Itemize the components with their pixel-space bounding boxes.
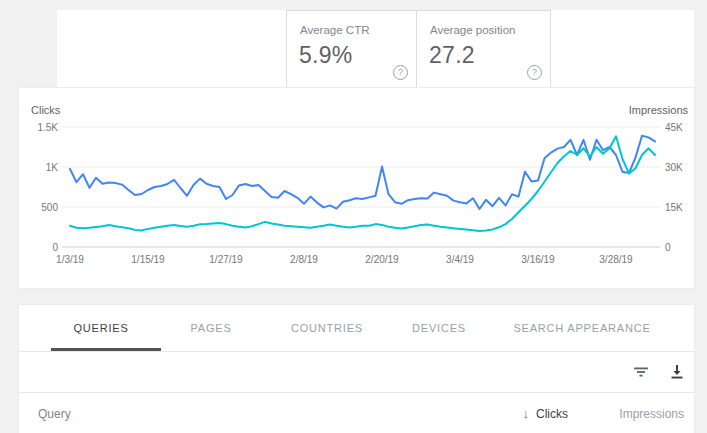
x-axis-tick: 1/15/19 (131, 254, 165, 265)
tab-devices[interactable]: DEVICES (412, 305, 466, 351)
left-axis-title: Clicks (31, 104, 61, 116)
card-value: 5.9% (299, 42, 353, 69)
x-axis-tick: 3/16/19 (521, 254, 555, 265)
average-position-card[interactable]: Average position 27.2 ? (417, 10, 551, 88)
x-axis-tick: 3/28/19 (599, 254, 633, 265)
right-axis-tick: 30K (665, 162, 683, 173)
card-label: Average position (430, 24, 515, 36)
search-console-performance-page: Total clicks 68.6K ? Total impressions 1… (0, 0, 707, 433)
tab-queries[interactable]: QUERIES (73, 305, 128, 351)
card-label: Total impressions (164, 23, 253, 35)
help-icon[interactable]: ? (527, 65, 542, 80)
left-axis-tick: 1.5K (37, 122, 58, 133)
dimension-tabs: QUERIES PAGES COUNTRIES DEVICES SEARCH A… (19, 305, 694, 352)
x-axis-tick: 1/3/19 (56, 254, 84, 265)
tab-pages[interactable]: PAGES (190, 305, 231, 351)
card-label: Total clicks (70, 23, 126, 35)
card-label: Average CTR (300, 24, 369, 36)
card-value: 1.16M (163, 41, 228, 68)
right-axis-tick: 45K (665, 122, 683, 133)
left-axis-tick: 1K (46, 162, 59, 173)
dimensions-table-panel: QUERIES PAGES COUNTRIES DEVICES SEARCH A… (19, 305, 694, 433)
impressions-line-series (70, 136, 655, 231)
tab-countries[interactable]: COUNTRIES (291, 305, 363, 351)
average-ctr-card[interactable]: Average CTR 5.9% ? (286, 10, 417, 88)
total-clicks-card[interactable]: Total clicks 68.6K ? (57, 10, 151, 88)
tab-search-appearance[interactable]: SEARCH APPEARANCE (513, 305, 650, 351)
left-axis-tick: 500 (41, 202, 58, 213)
filter-icon[interactable] (632, 363, 650, 381)
x-axis-tick: 2/20/19 (365, 254, 399, 265)
x-axis-tick: 3/4/19 (446, 254, 474, 265)
tab-label: QUERIES (73, 322, 128, 334)
right-axis-tick: 15K (665, 202, 683, 213)
column-header-query: Query (38, 393, 71, 433)
tab-label: COUNTRIES (291, 322, 363, 334)
x-axis-tick: 2/8/19 (290, 254, 318, 265)
right-axis-title: Impressions (629, 104, 689, 116)
active-tab-underline (51, 348, 161, 351)
help-icon[interactable]: ? (263, 66, 278, 81)
x-axis-tick: 1/27/19 (209, 254, 243, 265)
clicks-line-series (70, 136, 655, 209)
metric-cards-strip: Total clicks 68.6K ? Total impressions 1… (57, 10, 694, 88)
tab-label: SEARCH APPEARANCE (513, 322, 650, 334)
left-axis-tick: 0 (52, 242, 58, 253)
total-impressions-card[interactable]: Total impressions 1.16M ? (151, 10, 286, 88)
card-value: 68.6K (69, 41, 131, 68)
sort-descending-icon: ↓ (523, 406, 530, 421)
right-axis-tick: 0 (665, 242, 671, 253)
help-icon[interactable]: ? (128, 66, 143, 81)
download-icon[interactable] (668, 363, 686, 381)
table-toolbar (19, 352, 694, 392)
column-header-impressions[interactable]: Impressions (619, 393, 684, 433)
clicks-impressions-line-chart: 1.5K45K1K30K50015K00ClicksImpressions1/3… (19, 88, 694, 288)
card-value: 27.2 (429, 42, 475, 69)
column-header-clicks[interactable]: ↓Clicks (523, 393, 569, 433)
table-header-row: Query ↓Clicks Impressions (19, 392, 694, 433)
tab-label: PAGES (190, 322, 231, 334)
performance-chart-panel: 1.5K45K1K30K50015K00ClicksImpressions1/3… (19, 88, 694, 288)
help-icon[interactable]: ? (393, 65, 408, 80)
tab-label: DEVICES (412, 322, 466, 334)
column-label: Clicks (536, 407, 568, 421)
